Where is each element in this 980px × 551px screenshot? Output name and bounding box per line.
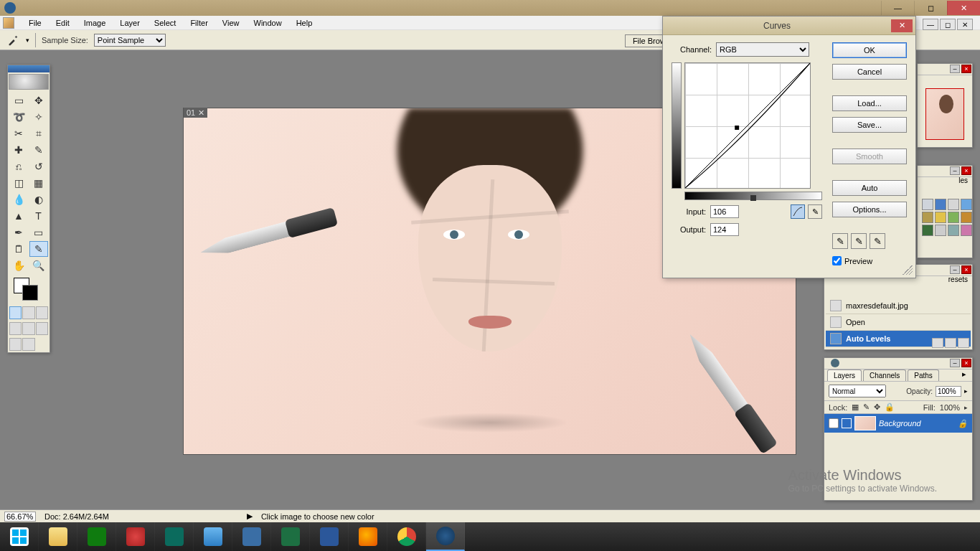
styles-tab-label[interactable]: les — [958, 176, 968, 184]
palette-minimize-button[interactable]: – — [950, 359, 960, 367]
eraser-tool[interactable]: ◫ — [9, 175, 28, 191]
fill-value[interactable]: 100% — [940, 403, 960, 412]
gray-point-eyedropper[interactable]: ✎ — [851, 233, 867, 249]
taskbar-current-app[interactable] — [426, 522, 465, 551]
horizontal-gradient[interactable] — [684, 192, 822, 200]
navigator-thumbnail[interactable] — [925, 88, 964, 140]
taskbar-chrome[interactable] — [387, 522, 426, 551]
style-swatch[interactable] — [922, 199, 933, 210]
tab-layers[interactable]: Layers — [827, 369, 862, 381]
taskbar-excel[interactable] — [271, 522, 310, 551]
dodge-tool[interactable]: ◐ — [29, 192, 48, 207]
menu-file[interactable]: File — [22, 17, 49, 29]
delete-state-button[interactable] — [958, 338, 969, 348]
document-tab[interactable]: 01 ✕ — [184, 108, 207, 118]
style-swatch[interactable] — [922, 212, 933, 223]
magic-wand-tool[interactable]: ✧ — [29, 109, 48, 125]
path-select-tool[interactable]: ▲ — [9, 208, 28, 224]
cancel-button[interactable]: Cancel — [832, 64, 907, 80]
palette-minimize-button[interactable]: – — [950, 65, 960, 73]
gradient-tool[interactable]: ▦ — [29, 175, 48, 191]
pen-tool[interactable]: ✒ — [9, 225, 28, 240]
midpoint-marker-icon[interactable] — [750, 195, 756, 201]
child-minimize-button[interactable]: — — [923, 19, 938, 30]
eyedropper-tool[interactable]: ✎ — [29, 241, 48, 257]
style-swatch[interactable] — [948, 225, 959, 236]
resize-grip-icon[interactable] — [903, 265, 913, 275]
lock-transparency-icon[interactable]: ▦ — [852, 402, 859, 412]
style-swatch[interactable] — [922, 225, 933, 236]
sample-size-select[interactable]: Point Sample — [94, 34, 166, 47]
history-item[interactable]: Open — [826, 314, 971, 331]
taskbar-explorer[interactable] — [39, 522, 77, 551]
tab-channels[interactable]: Channels — [863, 369, 906, 381]
palette-menu-icon[interactable]: ▸ — [959, 369, 969, 381]
clone-stamp-tool[interactable]: ⎌ — [9, 159, 28, 174]
slice-tool[interactable]: ⌗ — [29, 126, 48, 141]
standard-mode-button[interactable] — [9, 306, 22, 319]
options-button[interactable]: Options... — [832, 202, 907, 217]
palette-close-button[interactable]: × — [961, 65, 971, 73]
black-point-eyedropper[interactable]: ✎ — [832, 233, 848, 249]
taskbar-calculator[interactable] — [232, 522, 271, 551]
blend-mode-select[interactable]: Normal — [829, 385, 886, 397]
document-tab-close-icon[interactable]: ✕ — [198, 108, 204, 118]
notes-tool[interactable]: 🗒 — [9, 241, 28, 257]
taskbar-snipping[interactable] — [116, 522, 155, 551]
output-field[interactable] — [710, 223, 739, 236]
style-swatch[interactable] — [948, 199, 959, 210]
history-brush-tool[interactable]: ↺ — [29, 159, 48, 174]
menu-view[interactable]: View — [215, 17, 247, 29]
child-maximize-button[interactable]: ◻ — [940, 19, 956, 30]
curve-plot[interactable] — [684, 62, 811, 189]
preview-checkbox[interactable]: Preview — [832, 256, 907, 265]
menu-edit[interactable]: Edit — [49, 17, 77, 29]
zoom-tool[interactable]: 🔍 — [29, 258, 48, 273]
child-close-button[interactable]: ✕ — [957, 19, 973, 30]
style-swatch[interactable] — [961, 212, 972, 223]
new-document-from-state-button[interactable] — [932, 338, 943, 348]
menu-image[interactable]: Image — [77, 17, 113, 29]
hand-tool[interactable]: ✋ — [9, 258, 28, 273]
palette-close-button[interactable]: × — [961, 265, 971, 274]
close-button[interactable]: ✕ — [947, 1, 980, 15]
healing-brush-tool[interactable]: ✚ — [9, 142, 28, 158]
crop-tool[interactable]: ✂ — [9, 126, 28, 141]
ok-button[interactable]: OK — [832, 42, 907, 58]
screen-full-button[interactable] — [36, 322, 48, 335]
history-snapshot[interactable]: maxresdefault.jpg — [826, 298, 971, 314]
maximize-button[interactable]: ◻ — [914, 1, 947, 15]
lock-brush-icon[interactable]: ✎ — [863, 402, 870, 412]
save-button[interactable]: Save... — [832, 117, 907, 133]
layer-visibility-icon[interactable] — [829, 418, 839, 428]
new-snapshot-button[interactable] — [945, 338, 956, 348]
type-tool[interactable]: T — [29, 208, 48, 224]
dialog-titlebar[interactable]: Curves ✕ — [663, 17, 915, 35]
style-swatch[interactable] — [935, 212, 946, 223]
taskbar-store[interactable] — [77, 522, 116, 551]
marquee-tool[interactable]: ▭ — [9, 93, 28, 108]
style-swatch[interactable] — [935, 225, 946, 236]
layer-link-icon[interactable] — [842, 418, 852, 428]
layer-thumbnail[interactable] — [854, 416, 876, 430]
palette-minimize-button[interactable]: – — [950, 166, 960, 175]
move-tool[interactable]: ✥ — [29, 93, 48, 108]
auto-button[interactable]: Auto — [832, 180, 907, 196]
shape-tool[interactable]: ▭ — [29, 225, 48, 240]
lock-all-icon[interactable]: 🔒 — [885, 402, 895, 412]
menu-window[interactable]: Window — [247, 17, 289, 29]
menu-layer[interactable]: Layer — [113, 17, 147, 29]
taskbar-notepad[interactable] — [194, 522, 232, 551]
history-tab-label[interactable]: resets — [948, 276, 968, 283]
style-swatch[interactable] — [961, 225, 972, 236]
layer-row[interactable]: Background 🔒 — [824, 414, 972, 433]
menu-select[interactable]: Select — [147, 17, 184, 29]
blur-tool[interactable]: 💧 — [9, 192, 28, 207]
lock-position-icon[interactable]: ✥ — [874, 402, 880, 412]
jump-to-2-button[interactable] — [22, 338, 34, 351]
opacity-value[interactable]: 100% — [936, 386, 961, 397]
palette-minimize-button[interactable]: – — [950, 265, 960, 274]
channel-select[interactable]: RGB — [716, 42, 809, 57]
taskbar-publisher[interactable] — [155, 522, 194, 551]
palette-close-button[interactable]: × — [961, 166, 971, 175]
